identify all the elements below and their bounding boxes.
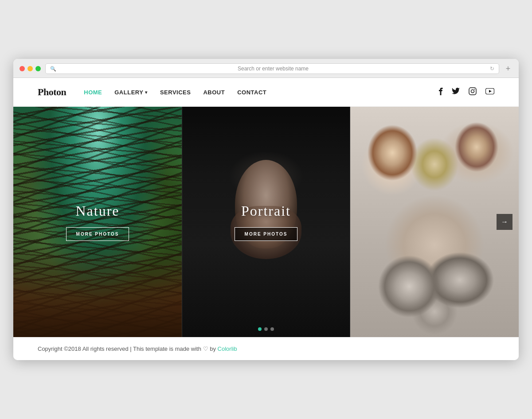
twitter-icon[interactable] — [452, 88, 460, 97]
by-text: by — [210, 345, 216, 352]
youtube-icon[interactable] — [485, 88, 494, 96]
slider-dot-2[interactable] — [264, 327, 268, 331]
portrait-more-photos-button[interactable]: MORE PHOTOS — [235, 227, 298, 241]
nav-links: HOME GALLERY ▾ SERVICES ABOUT CONTACT — [84, 89, 438, 96]
nature-more-photos-button[interactable]: MORE PHOTOS — [66, 227, 129, 241]
svg-point-1 — [471, 90, 474, 93]
copyright-text: Copyright ©2018 All rights reserved | Th… — [38, 345, 201, 352]
nav-services[interactable]: SERVICES — [160, 89, 191, 96]
search-icon: 🔍 — [50, 66, 56, 72]
traffic-lights — [20, 66, 41, 71]
footer: Copyright ©2018 All rights reserved | Th… — [13, 337, 519, 360]
maximize-button[interactable] — [35, 66, 41, 71]
reload-icon: ↻ — [490, 66, 494, 72]
slider-dots — [258, 327, 274, 331]
instagram-icon[interactable] — [469, 87, 477, 97]
group-panel[interactable]: → — [350, 107, 519, 337]
facebook-icon[interactable] — [438, 87, 443, 97]
address-bar[interactable]: 🔍 Search or enter website name ↻ — [45, 63, 499, 74]
nav-home[interactable]: HOME — [84, 89, 102, 96]
group-background — [350, 107, 519, 337]
address-text: Search or enter website name — [59, 66, 487, 72]
navigation: Photon HOME GALLERY ▾ SERVICES ABOUT CON… — [13, 78, 519, 107]
slider-dot-3[interactable] — [270, 327, 274, 331]
portrait-title: Portrait — [241, 203, 291, 219]
nav-gallery[interactable]: GALLERY ▾ — [114, 89, 148, 96]
portrait-panel[interactable]: Portrait MORE PHOTOS — [182, 107, 350, 337]
svg-point-2 — [474, 89, 475, 90]
gallery-grid: Nature MORE PHOTOS Portrait MORE PHOTOS — [13, 107, 519, 337]
nature-panel[interactable]: Nature MORE PHOTOS — [13, 107, 182, 337]
colorlib-link[interactable]: Colorlib — [218, 345, 237, 352]
new-tab-button[interactable]: + — [504, 64, 512, 73]
minimize-button[interactable] — [27, 66, 33, 71]
close-button[interactable] — [20, 66, 25, 71]
svg-marker-4 — [489, 90, 492, 93]
heart-icon: ♡ — [203, 345, 208, 352]
slider-dot-1[interactable] — [258, 327, 262, 331]
browser-window: 🔍 Search or enter website name ↻ + Photo… — [13, 59, 519, 360]
nature-title: Nature — [75, 203, 119, 219]
browser-content: Photon HOME GALLERY ▾ SERVICES ABOUT CON… — [13, 78, 519, 360]
nature-overlay: Nature MORE PHOTOS — [13, 107, 182, 337]
nav-about[interactable]: ABOUT — [203, 89, 225, 96]
nav-contact[interactable]: CONTACT — [237, 89, 266, 96]
next-arrow-button[interactable]: → — [497, 214, 512, 230]
browser-chrome: 🔍 Search or enter website name ↻ + — [13, 59, 519, 78]
portrait-overlay: Portrait MORE PHOTOS — [182, 107, 350, 337]
social-icons — [438, 87, 494, 97]
chevron-down-icon: ▾ — [145, 90, 148, 95]
site-logo[interactable]: Photon — [38, 86, 66, 98]
svg-rect-0 — [469, 88, 476, 95]
